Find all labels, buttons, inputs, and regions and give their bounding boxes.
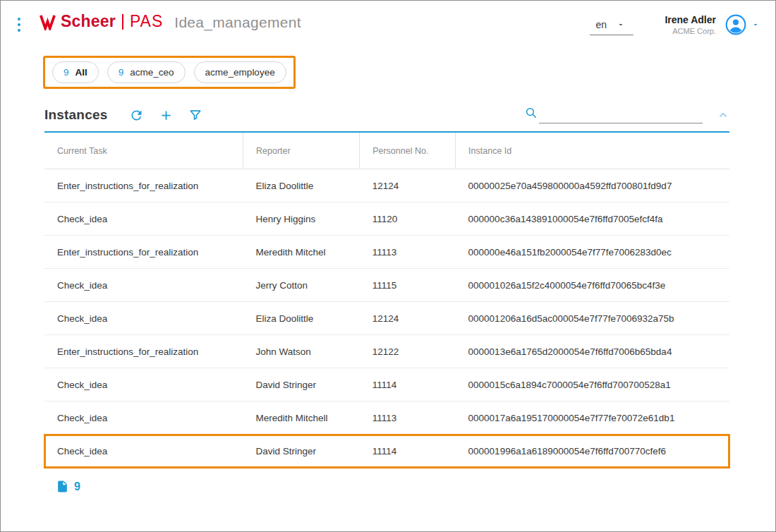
filter-chip[interactable]: acme_employee [194, 61, 286, 83]
add-icon[interactable] [157, 106, 175, 124]
column-header: Reporter [243, 132, 360, 169]
brand-pas: PAS [130, 12, 163, 31]
top-bar: Scheer PAS Idea_management en Irene Adle… [1, 1, 775, 36]
table-cell: 000000e46a151fb2000054e7f77fe7006283d0ec [456, 236, 729, 269]
search-input[interactable] [539, 107, 703, 123]
refresh-icon[interactable] [127, 106, 145, 124]
search-area [525, 107, 703, 123]
table-cell: 000001996a1a6189000054e7f6ffd700770cfef6 [456, 435, 729, 468]
table-cell: 0000017a6a195170000054e7f77fe70072e61db1 [456, 401, 729, 435]
chip-label: acme_employee [205, 67, 275, 78]
table-footer: 9 [56, 480, 775, 493]
table-header-row: Current TaskReporterPersonnel No.Instanc… [44, 132, 729, 169]
column-header: Instance Id [456, 132, 729, 169]
table-cell: Check_idea [44, 269, 243, 302]
kebab-menu-icon[interactable] [13, 15, 25, 35]
app-window: Scheer PAS Idea_management en Irene Adle… [0, 0, 776, 532]
table-cell: 11114 [360, 368, 456, 401]
user-org: ACME Corp. [665, 27, 716, 35]
table-cell: David Stringer [243, 368, 360, 401]
filter-icon[interactable] [186, 106, 205, 124]
scheer-logo-icon [39, 13, 56, 30]
instances-table-wrap: Current TaskReporterPersonnel No.Instanc… [44, 131, 729, 468]
table-cell: Enter_instructions_for_realization [44, 169, 243, 202]
table-row[interactable]: Check_ideaEliza Doolittle12124000001206a… [44, 302, 729, 335]
user-name: Irene Adler [665, 14, 716, 25]
chip-label: All [75, 67, 87, 78]
chip-count: 9 [119, 67, 124, 78]
table-cell: 12124 [360, 169, 456, 202]
table-cell: 11114 [360, 435, 456, 468]
brand-divider [122, 14, 123, 30]
table-cell: Check_idea [44, 302, 243, 335]
column-header: Personnel No. [360, 132, 456, 169]
table-row[interactable]: Check_ideaDavid Stringer111140000015c6a1… [44, 368, 729, 401]
table-cell: 11120 [360, 202, 456, 236]
filter-chips-group: 9All9acme_ceoacme_employee [43, 56, 296, 89]
table-row[interactable]: Check_ideaHenry Higgins11120000000c36a14… [44, 202, 729, 236]
table-cell: John Watson [243, 335, 360, 368]
table-cell: Check_idea [44, 401, 243, 435]
table-cell: 11113 [360, 401, 456, 435]
table-cell: Henry Higgins [243, 202, 360, 236]
table-cell: Meredith Mitchel [243, 236, 360, 269]
table-cell: 0000015c6a1894c7000054e7f6ffd700700528a1 [456, 368, 729, 401]
page-title: Idea_management [174, 14, 301, 31]
table-cell: Check_idea [44, 368, 243, 401]
chip-label: acme_ceo [130, 67, 174, 78]
table-cell: 12124 [360, 302, 456, 335]
user-menu[interactable]: Irene Adler ACME Corp. [665, 13, 760, 36]
table-cell: Jerry Cotton [243, 269, 360, 302]
table-cell: Check_idea [44, 202, 243, 236]
table-cell: Enter_instructions_for_realization [44, 236, 243, 269]
chevron-down-icon [617, 20, 625, 29]
table-row[interactable]: Enter_instructions_for_realizationJohn W… [44, 335, 729, 368]
table-row[interactable]: Check_ideaDavid Stringer11114000001996a1… [44, 435, 729, 468]
instance-count: 9 [74, 480, 80, 493]
table-cell: 000000c36a143891000054e7f6ffd7005efcf4fa [456, 202, 729, 236]
table-cell: Enter_instructions_for_realization [44, 335, 243, 368]
chip-count: 9 [63, 67, 69, 78]
user-info: Irene Adler ACME Corp. [665, 14, 716, 35]
table-cell: 11113 [360, 236, 456, 269]
table-body: Enter_instructions_for_realizationEliza … [44, 169, 729, 468]
language-select[interactable]: en [590, 16, 633, 35]
table-cell: 0000013e6a1765d2000054e7f6ffd7006b65bda4 [456, 335, 729, 368]
table-cell: Check_idea [44, 435, 243, 468]
table-cell: 11115 [360, 269, 456, 302]
instances-toolbar: Instances [44, 106, 729, 124]
table-cell: 12122 [360, 335, 456, 368]
filter-chip[interactable]: 9All [52, 61, 99, 83]
column-header: Current Task [44, 132, 243, 169]
document-icon [56, 480, 69, 493]
avatar-icon [725, 13, 747, 36]
table-cell: Eliza Doolittle [243, 169, 360, 202]
table-row[interactable]: Enter_instructions_for_realizationMeredi… [44, 236, 729, 269]
chevron-down-icon [751, 20, 760, 29]
table-cell: 00000025e70a459800000a4592ffd700801fd9d7 [456, 169, 729, 202]
table-cell: David Stringer [243, 435, 360, 468]
table-row[interactable]: Check_ideaMeredith Mitchell111130000017a… [44, 401, 729, 435]
table-cell: 000001026a15f2c4000054e7f6ffd70065bc4f3e [456, 269, 729, 302]
search-icon [525, 107, 538, 122]
table-cell: Meredith Mitchell [243, 401, 360, 435]
brand-scheer: Scheer [61, 12, 116, 31]
table-cell: Eliza Doolittle [243, 302, 360, 335]
table-row[interactable]: Enter_instructions_for_realizationEliza … [44, 169, 729, 202]
instances-table: Current TaskReporterPersonnel No.Instanc… [44, 131, 729, 468]
language-value: en [595, 19, 607, 30]
table-cell: 000001206a16d5ac000054e7f77fe7006932a75b [456, 302, 729, 335]
collapse-chevron-icon[interactable] [717, 109, 729, 121]
table-row[interactable]: Check_ideaJerry Cotton11115000001026a15f… [44, 269, 729, 302]
filter-chip[interactable]: 9acme_ceo [107, 61, 186, 83]
brand-logo: Scheer PAS [39, 12, 163, 31]
instances-title: Instances [44, 107, 107, 123]
